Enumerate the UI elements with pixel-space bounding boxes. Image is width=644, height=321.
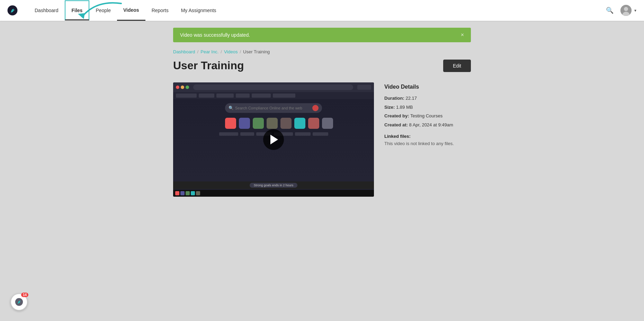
breadcrumb-current: User Training bbox=[243, 49, 270, 54]
linked-files-section: Linked files: This video is not linked t… bbox=[384, 134, 471, 146]
breadcrumb-sep-3: / bbox=[240, 49, 241, 54]
breadcrumb-videos[interactable]: Videos bbox=[224, 49, 238, 54]
nav-item-files[interactable]: Files bbox=[65, 0, 90, 20]
nav-item-dashboard[interactable]: Dashboard bbox=[28, 0, 65, 21]
breadcrumb-pear-inc[interactable]: Pear Inc. bbox=[200, 49, 218, 54]
notification-badge[interactable]: 14 bbox=[10, 293, 28, 311]
linked-files-text: This video is not linked to any files. bbox=[384, 141, 471, 146]
duration-label: Duration: bbox=[384, 96, 404, 101]
created-by-row: Created by: Testing Courses bbox=[384, 113, 471, 119]
success-banner: Video was successfully updated. × bbox=[173, 28, 471, 42]
size-row: Size: 1.89 MB bbox=[384, 104, 471, 111]
play-button[interactable] bbox=[263, 129, 284, 150]
svg-point-3 bbox=[624, 7, 628, 11]
duration-row: Duration: 22.17 bbox=[384, 95, 471, 102]
nav-item-people[interactable]: People bbox=[89, 0, 117, 21]
search-area[interactable]: 🔍 bbox=[606, 7, 614, 14]
banner-close-button[interactable]: × bbox=[461, 32, 464, 38]
nav-item-reports[interactable]: Reports bbox=[145, 0, 175, 21]
breadcrumb: Dashboard / Pear Inc. / Videos / User Tr… bbox=[173, 49, 471, 54]
navbar: Dashboard Files People Videos Reports My… bbox=[0, 0, 644, 21]
badge-count: 14 bbox=[21, 293, 28, 297]
video-details-panel: Video Details Duration: 22.17 Size: 1.89… bbox=[384, 82, 471, 146]
avatar bbox=[620, 5, 632, 16]
created-by-label: Created by: bbox=[384, 113, 409, 118]
nav-items: Dashboard Files People Videos Reports My… bbox=[28, 0, 606, 21]
banner-message: Video was successfully updated. bbox=[180, 32, 250, 38]
page-title: User Training bbox=[173, 59, 244, 72]
size-value: 1.89 MB bbox=[396, 105, 413, 110]
video-details-title: Video Details bbox=[384, 84, 471, 90]
breadcrumb-dashboard[interactable]: Dashboard bbox=[173, 49, 195, 54]
created-at-label: Created at: bbox=[384, 122, 408, 127]
badge-circle: 14 bbox=[10, 293, 28, 311]
created-at-row: Created at: 8 Apr, 2024 at 9:49am bbox=[384, 122, 471, 128]
app-logo[interactable] bbox=[7, 5, 18, 16]
nav-item-videos[interactable]: Videos bbox=[117, 0, 145, 21]
video-section: 🔍 Search Compliance Online and the web bbox=[173, 82, 471, 197]
created-by-value: Testing Courses bbox=[410, 113, 442, 118]
duration-value: 22.17 bbox=[405, 96, 417, 101]
play-icon bbox=[270, 135, 278, 144]
video-player[interactable]: 🔍 Search Compliance Online and the web bbox=[173, 82, 374, 197]
user-chevron-icon: ▼ bbox=[634, 9, 637, 12]
search-icon[interactable]: 🔍 bbox=[606, 7, 614, 14]
created-at-value: 8 Apr, 2024 at 9:49am bbox=[409, 122, 453, 127]
badge-logo-icon bbox=[15, 298, 23, 306]
nav-item-my-assignments[interactable]: My Assignments bbox=[175, 0, 223, 21]
video-thumbnail[interactable]: 🔍 Search Compliance Online and the web bbox=[173, 82, 374, 197]
linked-files-label: Linked files: bbox=[384, 134, 471, 139]
breadcrumb-sep-1: / bbox=[197, 49, 199, 54]
breadcrumb-sep-2: / bbox=[221, 49, 222, 54]
page-header: User Training Edit bbox=[173, 59, 471, 72]
user-menu[interactable]: ▼ bbox=[620, 5, 637, 16]
size-label: Size: bbox=[384, 105, 395, 110]
edit-button[interactable]: Edit bbox=[443, 60, 471, 72]
browser-search-text: Search Compliance Online and the web bbox=[235, 106, 302, 110]
